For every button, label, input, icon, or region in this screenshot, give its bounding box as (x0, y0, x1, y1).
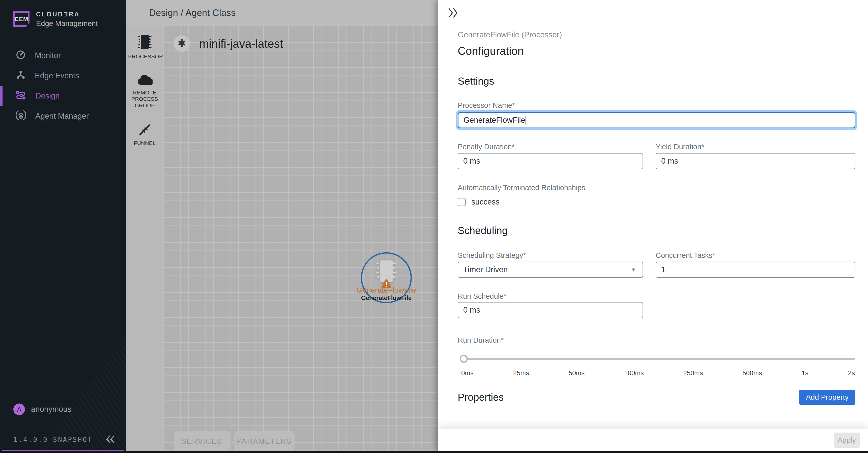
node-subtitle: GenerateFlowFile (361, 294, 411, 302)
processor-node-generateflowfile[interactable]: GenerateFlowFile GenerateFlowFile (361, 252, 412, 303)
configuration-form: GenerateFlowFile (Processor) Configurati… (438, 0, 868, 429)
asterisk-icon: ✱ (178, 38, 186, 48)
section-properties: Properties (458, 391, 504, 403)
cem-logo-badge: CEM (13, 11, 30, 27)
processor-name-label: Processor Name* (458, 101, 856, 110)
run-duration-slider[interactable] (458, 355, 856, 363)
palette-item-label: PROCESSOR (128, 53, 161, 60)
success-checkbox-label: success (471, 197, 500, 206)
tick-label: 2s (848, 369, 855, 377)
tick-label: 250ms (683, 369, 703, 377)
panel-footer: Apply (438, 429, 868, 451)
palette-item-processor[interactable]: PROCESSOR (128, 35, 161, 60)
sidebar-item-label: Edge Events (35, 71, 79, 80)
sidebar-collapse-button[interactable] (105, 434, 116, 446)
sidebar-item-label: Design (35, 91, 60, 101)
version-label: 1.4.0.0-SNAPSHOT (13, 436, 93, 444)
run-duration-label: Run Duration* (458, 336, 856, 344)
node-title: GenerateFlowFile (356, 286, 416, 294)
cem-app-window: CEM CLOUDƎRA Edge Management Monitor Edg… (0, 0, 868, 453)
gauge-icon (16, 50, 26, 62)
penalty-duration-input[interactable] (458, 153, 643, 169)
tick-label: 50ms (569, 369, 585, 377)
breadcrumb: Design / Agent Class (149, 7, 236, 18)
tick-label: 0ms (461, 369, 473, 377)
avatar: A (13, 403, 25, 415)
run-duration-ticks: 0ms 25ms 50ms 100ms 250ms 500ms 1s 2s (458, 369, 856, 377)
page-header: Design / Agent Class (126, 0, 438, 26)
sidebar-item-label: Agent Manager (35, 112, 89, 121)
tab-services[interactable]: SERVICES (174, 431, 230, 451)
palette-item-label: REMOTE PROCESS GROUP (128, 89, 161, 109)
concurrent-tasks-label: Concurrent Tasks* (656, 251, 856, 260)
funnel-arrows-icon (139, 124, 151, 137)
scheduling-strategy-value: Timer Driven (463, 265, 508, 274)
brand-product: Edge Management (36, 20, 98, 28)
auto-terminated-label: Automatically Terminated Relationships (458, 183, 856, 192)
configuration-panel: GenerateFlowFile (Processor) Configurati… (438, 0, 868, 453)
network-icon (16, 70, 26, 82)
tick-label: 25ms (513, 369, 529, 377)
palette-item-label: FUNNEL (128, 140, 161, 146)
main-area: Design / Agent Class PROCESSOR (126, 0, 438, 453)
sidebar-item-label: Monitor (35, 51, 61, 60)
sidebar-item-monitor[interactable]: Monitor (0, 46, 126, 66)
tab-parameters[interactable]: PARAMETERS (234, 431, 294, 451)
flow-title: ✱ minifi-java-latest (174, 35, 283, 52)
section-settings: Settings (458, 75, 856, 87)
yield-duration-label: Yield Duration* (656, 142, 856, 151)
chip-icon (136, 35, 153, 50)
chevron-double-left-icon (105, 441, 116, 445)
user-name: anonymous (31, 405, 71, 414)
run-schedule-input[interactable] (458, 302, 643, 318)
app-logo: CEM CLOUDƎRA Edge Management (0, 0, 126, 28)
add-property-button[interactable]: Add Property (799, 390, 856, 405)
penalty-duration-label: Penalty Duration* (458, 142, 643, 151)
concurrent-tasks-input[interactable] (656, 262, 856, 278)
run-schedule-label: Run Schedule* (458, 292, 856, 301)
scheduling-strategy-label: Scheduling Strategy* (458, 251, 643, 260)
flow-canvas[interactable]: ✱ minifi-java-latest (163, 26, 438, 453)
flow-name: minifi-java-latest (199, 37, 283, 51)
palette-item-funnel[interactable]: FUNNEL (128, 124, 161, 146)
panel-subtitle: GenerateFlowFile (Processor) (458, 30, 856, 39)
user-account[interactable]: A anonymous (13, 403, 71, 415)
sidebar-hatch-decoration (0, 336, 126, 450)
scheduling-strategy-select[interactable]: Timer Driven ▼ (458, 262, 643, 278)
processor-name-value: GenerateFlowFile (464, 116, 525, 125)
sidebar-item-edge-events[interactable]: Edge Events (0, 66, 126, 86)
tick-label: 1s (802, 369, 808, 377)
cloud-icon (137, 74, 153, 86)
tick-label: 100ms (624, 369, 644, 377)
text-cursor (526, 116, 526, 125)
palette-item-remote-process-group[interactable]: REMOTE PROCESS GROUP (128, 74, 161, 109)
window-bottom-edge (0, 451, 868, 453)
success-checkbox[interactable] (458, 198, 466, 206)
sidebar-item-design[interactable]: Design (0, 86, 126, 106)
tick-label: 500ms (742, 369, 762, 377)
layers-icon (16, 110, 26, 122)
component-palette: PROCESSOR REMOTE PROCESS GROUP (126, 26, 163, 453)
processor-name-input[interactable]: GenerateFlowFile (458, 112, 856, 128)
sidebar-menu: Monitor Edge Events Design Agent Manager (0, 46, 126, 126)
sidebar: CEM CLOUDƎRA Edge Management Monitor Edg… (0, 0, 126, 453)
flow-badge[interactable]: ✱ (174, 35, 190, 52)
brand-name: CLOUDƎRA (36, 10, 98, 18)
slider-track[interactable] (461, 358, 855, 360)
chevron-down-icon: ▼ (631, 267, 636, 273)
sidebar-item-agent-manager[interactable]: Agent Manager (0, 106, 126, 126)
yield-duration-input[interactable] (656, 153, 856, 169)
flow-icon (16, 90, 26, 102)
panel-title: Configuration (458, 45, 856, 58)
section-scheduling: Scheduling (458, 225, 856, 236)
slider-thumb[interactable] (460, 355, 468, 363)
apply-button[interactable]: Apply (834, 432, 860, 448)
canvas-bottom-tabs: SERVICES PARAMETERS (163, 431, 438, 451)
